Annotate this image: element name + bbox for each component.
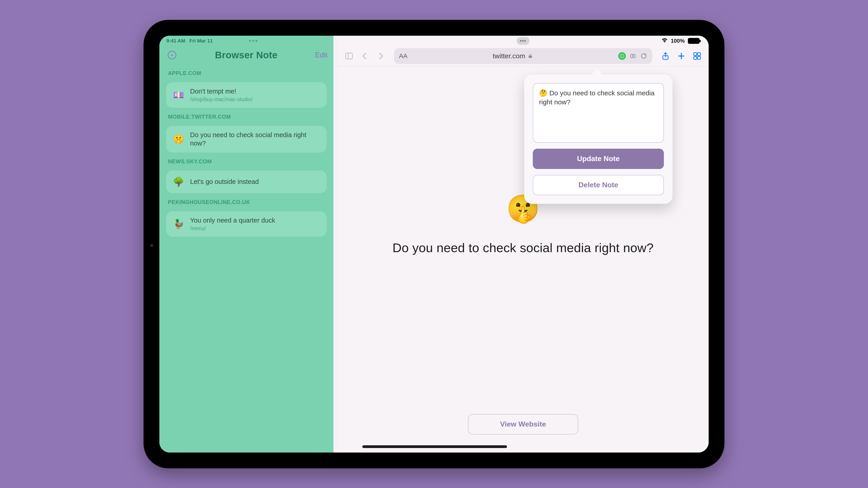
note-subtitle-0: /shop/buy-mac/mac-studio/ [190, 96, 252, 103]
compass-button[interactable] [166, 50, 178, 61]
browser-note-app-panel: 9:41 AM Fri Mar 11 ••• Browser Note Edit… [159, 36, 333, 453]
url-display: twitter.com [411, 52, 615, 60]
tabs-overview-button[interactable] [691, 51, 703, 62]
note-emoji-3: 🦆 [173, 219, 184, 229]
svg-rect-12 [698, 53, 701, 56]
edit-button[interactable]: Edit [315, 51, 328, 59]
section-domain-1: MOBILE.TWITTER.COM [166, 113, 327, 120]
hero-message: Do you need to check social media right … [393, 240, 654, 255]
extension-indicator-icon[interactable] [618, 52, 626, 60]
section-domain-0: APPLE.COM [166, 70, 327, 76]
note-card-3[interactable]: 🦆 You only need a quarter duck /menu/ [166, 211, 327, 237]
forward-button[interactable] [375, 51, 386, 62]
address-bar[interactable]: AA twitter.com [394, 48, 652, 64]
note-title-0: Don't tempt me! [190, 87, 252, 95]
multitask-dots-icon[interactable]: ••• [517, 37, 529, 45]
note-emoji-0: 💷 [173, 90, 184, 100]
home-indicator[interactable] [362, 445, 507, 448]
safari-panel: ••• 100% AA [338, 36, 709, 453]
new-tab-button[interactable] [676, 51, 687, 62]
status-bar-right: ••• 100% [338, 36, 709, 46]
reader-aa-icon[interactable]: AA [399, 53, 407, 60]
sidebar-header: Browser Note Edit [159, 46, 333, 64]
screen: 9:41 AM Fri Mar 11 ••• Browser Note Edit… [159, 36, 709, 453]
note-subtitle-3: /menu/ [190, 225, 275, 232]
note-emoji-1: 🤫 [173, 134, 184, 144]
app-title: Browser Note [178, 50, 315, 61]
status-time: 9:41 AM [166, 38, 185, 44]
lock-icon [528, 54, 533, 59]
delete-note-button[interactable]: Delete Note [533, 175, 664, 195]
note-card-0[interactable]: 💷 Don't tempt me! /shop/buy-mac/mac-stud… [166, 82, 327, 108]
note-emoji-2: 🌳 [173, 176, 184, 187]
safari-toolbar: AA twitter.com [338, 46, 709, 66]
download-icon[interactable] [629, 53, 636, 59]
view-website-button[interactable]: View Website [468, 414, 578, 434]
note-title-1: Do you need to check social media right … [190, 131, 320, 147]
notes-list: APPLE.COM 💷 Don't tempt me! /shop/buy-ma… [159, 64, 333, 237]
section-domain-3: PEKINGHOUSEONLINE.CO.UK [166, 199, 327, 205]
svg-rect-13 [694, 57, 697, 59]
svg-marker-1 [171, 54, 174, 56]
note-title-2: Let's go outside instead [190, 177, 259, 186]
camera-dot [150, 244, 153, 247]
svg-marker-5 [622, 56, 623, 57]
battery-icon [688, 38, 700, 44]
battery-percent: 100% [671, 38, 685, 44]
update-note-button[interactable]: Update Note [533, 149, 664, 169]
sidebar-toggle-icon[interactable] [343, 51, 355, 62]
url-host: twitter.com [493, 52, 525, 60]
ipad-device-frame: 9:41 AM Fri Mar 11 ••• Browser Note Edit… [144, 20, 724, 468]
note-card-1[interactable]: 🤫 Do you need to check social media righ… [166, 126, 327, 153]
note-text-input[interactable] [533, 83, 664, 143]
status-date: Fri Mar 11 [189, 38, 213, 44]
svg-rect-14 [698, 57, 701, 59]
share-button[interactable] [660, 51, 671, 62]
note-editor-popover: Update Note Delete Note [524, 74, 673, 204]
back-button[interactable] [359, 51, 370, 62]
svg-rect-11 [694, 53, 697, 56]
section-domain-2: NEWS.SKY.COM [166, 158, 327, 165]
multitask-dots-icon[interactable]: ••• [249, 37, 258, 45]
status-bar-left: 9:41 AM Fri Mar 11 ••• [159, 36, 333, 46]
wifi-icon [661, 38, 668, 44]
reload-icon[interactable] [640, 53, 647, 59]
note-card-2[interactable]: 🌳 Let's go outside instead [166, 170, 327, 193]
note-title-3: You only need a quarter duck [190, 216, 275, 224]
svg-rect-2 [346, 53, 352, 59]
